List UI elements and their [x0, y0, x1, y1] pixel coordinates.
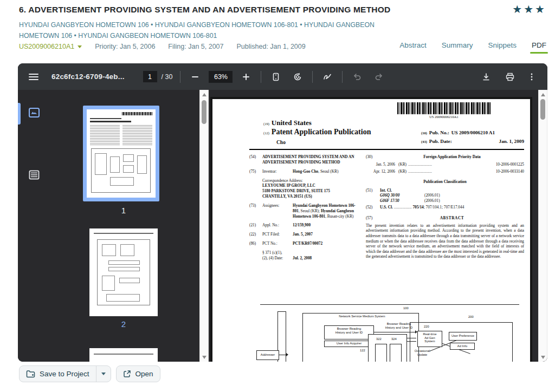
kind-code-10: (10) — [421, 131, 427, 135]
zoom-in-button[interactable] — [239, 70, 253, 84]
priority-row: Jan. 5, 2006 (KR) ......................… — [366, 162, 524, 167]
field-371: § 371 (c)(1), (2), (4) Date: Jul. 2, 200… — [262, 250, 361, 261]
field-75-label: Inventor: — [262, 169, 293, 174]
toolbar-separator — [312, 71, 313, 83]
figure-system-label: Network Service Medium System — [319, 315, 405, 318]
scroll-down-arrow[interactable] — [539, 353, 547, 361]
field-54-title: (54) ADVERTISEMENT PROVIDING SYSTEM AND … — [249, 154, 361, 165]
filing-date: Filing: Jan 5, 2007 — [168, 43, 223, 50]
patent-viewer-screen: 6. ADVERTISEMENT PROVIDING SYSTEM AND AN… — [0, 0, 555, 392]
field-22-num: (22) — [249, 232, 262, 237]
abstract-heading: (57) ABSTRACT — [366, 215, 524, 221]
figure-user-preference-box: User Preference — [449, 332, 477, 341]
scrollbar-thumb[interactable] — [540, 99, 545, 120]
thumbnail-page-3-partial[interactable] — [89, 348, 158, 362]
tab-snippets[interactable]: Snippets — [488, 41, 517, 49]
corr-label: Correspondence Address: — [262, 178, 361, 184]
field-22-value: Jan. 5, 2007 — [293, 232, 361, 237]
menu-icon[interactable] — [29, 74, 38, 80]
annotate-pen-icon[interactable] — [320, 70, 334, 84]
download-icon[interactable] — [479, 70, 493, 84]
star-icon[interactable]: ★ — [524, 3, 535, 15]
scrollbar-thumb[interactable] — [202, 100, 206, 124]
zoom-out-button[interactable] — [188, 70, 202, 84]
publication-type-line: (12) Patent Application Publication — [263, 128, 371, 136]
field-21-num: (21) — [249, 223, 262, 228]
print-icon[interactable] — [503, 70, 517, 84]
priority-date: Priority: Jan 5, 2006 — [95, 43, 155, 50]
patent-id-dropdown[interactable]: US2009006210A1 — [19, 43, 82, 50]
figure-ref-220: 220 — [424, 325, 429, 329]
field-51-int-cl: (51) Int. Cl. — [366, 188, 524, 193]
pdf-toolbar: 62c6fc12-6709-4eb... 1 / 30 63% — [18, 63, 547, 90]
country-line: (19) United States — [263, 119, 312, 127]
undo-icon[interactable] — [350, 70, 364, 84]
tab-pdf[interactable]: PDF — [532, 41, 546, 49]
patent-id-label: US2009006210A1 — [19, 43, 74, 50]
document-view: US 20090006210A1 (19) United States (12)… — [209, 90, 538, 362]
save-to-project-main[interactable]: Save to Project — [20, 366, 96, 382]
scroll-up-arrow[interactable] — [539, 90, 547, 99]
figure-ref-322: 322 — [376, 337, 382, 341]
more-options-kebab-icon[interactable] — [525, 70, 539, 84]
thumbnails-panel-icon[interactable] — [28, 106, 41, 119]
int-cl-row: G06F 17/30 (2006.01) — [380, 198, 524, 204]
header-rule — [249, 149, 524, 150]
field-57-num: (57) — [366, 215, 380, 221]
corr-line3: CHANTILLY, VA 20151 (US) — [262, 194, 361, 199]
figure-server-rect — [390, 344, 402, 362]
pubno-label: Pub. No.: — [429, 130, 449, 135]
scroll-up-arrow[interactable] — [200, 90, 208, 99]
save-to-project-button[interactable]: Save to Project — [19, 365, 111, 382]
assignee-line-2: HOMETOWN 106 • HYUNDAI GANGBEON HOMETOWN… — [19, 31, 375, 42]
patent-meta-row: US2009006210A1 Priority: Jan 5, 2006 Fil… — [19, 43, 306, 50]
zoom-level[interactable]: 63% — [209, 71, 233, 83]
field-75-inventor: (75) Inventor: Hong-Goo Cho, Seoul (KR) — [249, 169, 361, 174]
toolbar-separator — [180, 71, 180, 83]
figure-ref-200: 200 — [468, 315, 474, 319]
outline-panel-icon[interactable] — [28, 168, 41, 181]
star-icon[interactable]: ★ — [535, 3, 546, 15]
field-86-value: PCT/KR07/00072 — [293, 241, 361, 246]
figure-browser-history-text: Browser ReadingHistory and User ID — [377, 322, 421, 329]
publication-classification-title: Publication Classification — [366, 179, 524, 185]
pdf-viewer: 62c6fc12-6709-4eb... 1 / 30 63% — [18, 63, 547, 362]
assignee-line-1: HYUNDAI GANGBYEON HOMETOWN 106 • HYUNDAI… — [19, 20, 375, 31]
fit-to-page-icon[interactable] — [269, 70, 283, 84]
field-86-label: PCT No.: — [262, 241, 293, 246]
correspondence-address: Correspondence Address: LEXYOUME IP GROU… — [262, 178, 361, 199]
star-icon[interactable]: ★ — [512, 3, 524, 15]
corr-line2: 5180 PARKSTONE DRIVE, SUITE 175 — [262, 188, 361, 194]
page-number-input[interactable]: 1 — [143, 71, 157, 82]
barcode — [397, 102, 491, 114]
publication-number-line: (10) Pub. No.: US 2009/0006210 A1 — [421, 130, 524, 135]
rotate-icon[interactable] — [291, 70, 305, 84]
scroll-down-arrow[interactable] — [200, 353, 208, 361]
assignee-subtitle: HYUNDAI GANGBYEON HOMETOWN 106 • HYUNDAI… — [19, 20, 375, 41]
thumbnail-label-2: 2 — [48, 319, 199, 329]
figure-ref-100: 100 — [403, 306, 409, 310]
tab-summary[interactable]: Summary — [442, 41, 473, 49]
open-button[interactable]: Open — [116, 365, 160, 382]
int-cl-rows: G06Q 30/00 (2006.01) G06F 17/30 (2006.01… — [380, 193, 524, 203]
field-30-title: Foreign Application Priority Data — [380, 154, 524, 160]
pubdate-value: Jan. 1, 2009 — [499, 139, 524, 144]
chevron-down-icon — [101, 373, 106, 375]
pubno-value: US 2009/0006210 A1 — [451, 130, 495, 135]
corr-line1: LEXYOUME IP GROUP, LLC — [262, 183, 361, 188]
tab-abstract[interactable]: Abstract — [399, 41, 427, 49]
field-52-us-cl: (52) U.S. Cl. .................. 705/14;… — [366, 205, 524, 210]
field-54-text: ADVERTISEMENT PROVIDING SYSTEM AND AN AD… — [262, 154, 361, 165]
save-options-dropdown[interactable] — [96, 366, 111, 382]
field-22-pct-filed: (22) PCT Filed: Jan. 5, 2007 — [249, 232, 361, 237]
rating-stars[interactable]: ★★★ — [512, 3, 546, 16]
redo-icon[interactable] — [372, 70, 386, 84]
detail-tabs: Abstract Summary Snippets PDF — [399, 41, 546, 49]
field-73-label: Assignees: — [262, 203, 293, 219]
pubdate-label: Pub. Date: — [429, 139, 452, 144]
thumbnail-page-2[interactable] — [89, 228, 158, 316]
field-73-assignees: (73) Assignees: Hyundai Gangbyeon Hometo… — [249, 203, 361, 219]
patent-page-1: US 20090006210A1 (19) United States (12)… — [210, 97, 532, 362]
thumbnail-page-1-selected[interactable] — [83, 106, 159, 201]
field-54-num: (54) — [249, 154, 262, 165]
